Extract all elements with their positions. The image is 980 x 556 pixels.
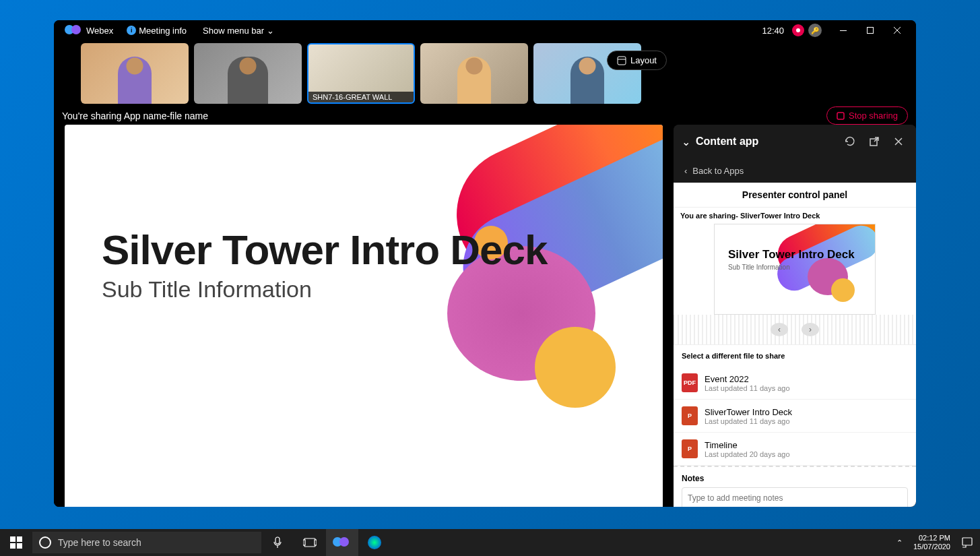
file-meta: Last updated 20 days ago — [705, 450, 790, 458]
file-name: SliverTower Intro Deck — [705, 407, 792, 417]
slide-preview: Silver Tower Intro Deck Sub Title Inform… — [714, 224, 876, 315]
svg-rect-4 — [837, 113, 844, 119]
panel-header: ⌄ Content app — [674, 125, 916, 158]
stop-sharing-button[interactable]: Stop sharing — [826, 106, 908, 125]
taskbar-search[interactable]: Type here to search — [32, 532, 261, 553]
svg-rect-25 — [10, 543, 15, 549]
slide-display-area: Silver Tower Intro Deck Sub Title Inform… — [54, 125, 674, 507]
next-slide-button[interactable]: › — [802, 323, 819, 336]
windows-icon — [10, 536, 22, 549]
webex-logo: Webex — [59, 25, 119, 36]
edge-taskbar-icon[interactable] — [358, 529, 391, 556]
file-name: Timeline — [705, 440, 790, 450]
app-name: Webex — [86, 26, 113, 36]
notifications-icon[interactable] — [961, 536, 973, 549]
slide-navigation: ‹ › — [674, 315, 916, 345]
participant-thumbnail[interactable] — [81, 43, 189, 104]
svg-rect-26 — [17, 543, 22, 549]
webex-taskbar-icon[interactable] — [326, 529, 358, 556]
participant-thumbnail[interactable] — [420, 43, 528, 104]
recording-indicator-icon — [792, 24, 804, 36]
panel-title: Content app — [696, 135, 835, 148]
ppt-file-icon: P — [682, 406, 698, 425]
cortana-icon — [39, 536, 51, 549]
file-item[interactable]: PTimelineLast updated 20 days ago — [674, 433, 916, 466]
close-button[interactable] — [884, 20, 911, 40]
stop-icon — [837, 112, 845, 120]
task-view-icon — [303, 537, 317, 548]
taskbar-mic-button[interactable] — [261, 529, 294, 556]
system-tray: ⌃ 02:12 PM 15/07/2020 — [890, 534, 980, 551]
refresh-icon — [845, 136, 855, 147]
participant-thumbnail[interactable] — [194, 43, 302, 104]
svg-rect-27 — [275, 537, 280, 544]
webex-icon — [65, 25, 84, 36]
file-item[interactable]: PDFEvent 2022Last updated 11 days ago — [674, 367, 916, 400]
svg-rect-24 — [17, 536, 22, 542]
file-name: Event 2022 — [705, 374, 790, 384]
select-file-label: Select a different file to share — [674, 345, 916, 367]
close-icon — [894, 137, 903, 146]
main-content-area: Silver Tower Intro Deck Sub Title Inform… — [54, 125, 916, 507]
maximize-button[interactable] — [857, 20, 884, 40]
tray-clock[interactable]: 02:12 PM 15/07/2020 — [908, 534, 956, 551]
notes-input[interactable] — [682, 487, 908, 507]
svg-rect-0 — [840, 30, 847, 31]
layout-button[interactable]: Layout — [607, 51, 667, 70]
slide-subtitle: Sub Title Information — [102, 276, 312, 303]
file-item[interactable]: PSliverTower Intro DeckLast updated 11 d… — [674, 400, 916, 433]
svg-rect-30 — [315, 540, 317, 545]
slide-title: Silver Tower Intro Deck — [102, 226, 548, 274]
webex-window: Webex i Meeting info Show menu bar ⌄ 12:… — [54, 20, 916, 507]
prev-slide-button[interactable]: ‹ — [771, 323, 788, 336]
info-icon: i — [127, 26, 136, 35]
svg-rect-2 — [618, 57, 626, 65]
refresh-button[interactable] — [841, 132, 859, 151]
windows-taskbar: Type here to search ⌃ 02:12 PM 15/07/202… — [0, 529, 980, 556]
task-view-button[interactable] — [294, 529, 326, 556]
notes-section: Notes — [674, 466, 916, 507]
title-bar: Webex i Meeting info Show menu bar ⌄ 12:… — [54, 20, 916, 40]
close-panel-button[interactable] — [889, 132, 908, 151]
file-meta: Last updated 11 days ago — [705, 384, 790, 392]
minimize-button[interactable] — [830, 20, 857, 40]
pop-out-button[interactable] — [865, 132, 884, 151]
mic-icon — [273, 536, 282, 549]
file-meta: Last updated 11 days ago — [705, 417, 792, 425]
content-app-panel: ⌄ Content app ‹ Back to Apps Presenter c… — [674, 125, 916, 507]
svg-rect-32 — [962, 538, 972, 545]
clock: 12:40 — [754, 26, 792, 36]
back-to-apps-button[interactable]: ‹ Back to Apps — [674, 158, 916, 183]
panel-body: Presenter control panel You are sharing-… — [674, 183, 916, 507]
sharing-info: You are sharing- SliverTower Intro Deck — [674, 208, 916, 224]
notes-label: Notes — [682, 474, 908, 483]
svg-rect-1 — [868, 28, 874, 34]
chevron-down-icon: ⌄ — [267, 26, 274, 36]
presentation-slide: Silver Tower Intro Deck Sub Title Inform… — [65, 125, 663, 507]
show-menu-bar-button[interactable]: Show menu bar ⌄ — [195, 26, 282, 36]
tray-chevron-icon[interactable]: ⌃ — [896, 538, 903, 547]
chevron-down-icon[interactable]: ⌄ — [682, 135, 690, 148]
thumbnail-label: SHN7-16-GREAT WALL — [308, 92, 414, 102]
svg-rect-28 — [304, 538, 315, 547]
decorative-shapes — [346, 125, 663, 441]
participant-thumbnail-active[interactable]: SHN7-16-GREAT WALL — [307, 43, 415, 104]
control-panel-title: Presenter control panel — [674, 183, 916, 208]
edge-icon — [367, 535, 382, 550]
key-icon: 🔑 — [808, 24, 822, 37]
meeting-info-button[interactable]: i Meeting info — [119, 26, 195, 36]
start-button[interactable] — [0, 529, 32, 556]
sharing-status-text: You're sharing App name-file name — [62, 111, 208, 121]
svg-rect-23 — [10, 536, 15, 542]
video-thumbnails-row: SHN7-16-GREAT WALL Layout — [54, 40, 916, 106]
layout-icon — [617, 56, 626, 65]
chevron-left-icon: ‹ — [684, 166, 687, 176]
ppt-file-icon: P — [682, 439, 698, 458]
svg-point-31 — [368, 536, 381, 549]
sharing-status-bar: You're sharing App name-file name Stop s… — [54, 106, 916, 125]
pop-out-icon — [870, 137, 879, 146]
svg-rect-29 — [303, 540, 305, 545]
search-placeholder: Type here to search — [58, 537, 141, 548]
pdf-file-icon: PDF — [682, 373, 698, 392]
